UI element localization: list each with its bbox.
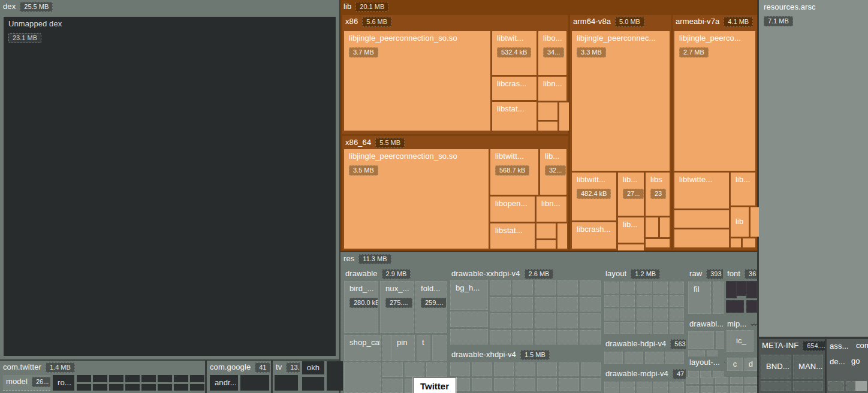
- section-ass[interactable]: ass...: [827, 340, 852, 354]
- tile-libjingle-armeabi[interactable]: libjingle_peerco...2.7 MB: [674, 31, 755, 171]
- tile-unlabeled[interactable]: [793, 381, 824, 391]
- tile-unlabeled[interactable]: [490, 330, 511, 345]
- tile-unlabeled[interactable]: [604, 352, 623, 364]
- tile-unlabeled[interactable]: [472, 362, 492, 376]
- tile-libcrash-arm64[interactable]: libcrash...: [572, 222, 616, 249]
- tile-unlabeled[interactable]: [472, 378, 492, 392]
- tile-unlabeled[interactable]: [557, 330, 578, 345]
- tile-unlabeled[interactable]: [93, 375, 107, 382]
- tile-unlabeled[interactable]: [174, 375, 188, 382]
- tile-unlabeled[interactable]: [405, 362, 425, 377]
- tile-unlabeled[interactable]: [625, 352, 643, 364]
- section-com[interactable]: com: [853, 340, 868, 354]
- tile-libstat-x8664[interactable]: libstat...: [490, 223, 535, 249]
- tile-lib-arm64[interactable]: lib...27...: [618, 173, 644, 216]
- tile-unlabeled[interactable]: [665, 352, 684, 364]
- tile-unlabeled[interactable]: [158, 375, 172, 382]
- tile-libopen-x8664[interactable]: libopen...: [490, 196, 535, 222]
- tile-unlabeled[interactable]: [653, 295, 668, 307]
- tile-unlabeled[interactable]: [645, 352, 664, 364]
- tile-fil[interactable]: fil: [688, 282, 711, 314]
- tile-unlabeled[interactable]: [382, 362, 403, 377]
- tile-unlabeled[interactable]: [637, 295, 651, 307]
- tile-unlabeled[interactable]: [580, 297, 601, 312]
- tile-unlabeled[interactable]: [513, 280, 534, 295]
- tile-font-file[interactable]: [746, 300, 757, 313]
- tile-unlabeled[interactable]: [535, 280, 556, 295]
- tile-font-file[interactable]: [746, 281, 757, 298]
- tile-unlabeled[interactable]: [535, 297, 556, 312]
- tile-unlabeled[interactable]: [450, 312, 488, 327]
- tile-libs-arm64[interactable]: libs23: [646, 173, 670, 216]
- tile-unlabeled[interactable]: [686, 377, 699, 384]
- tile-unlabeled[interactable]: [494, 378, 514, 392]
- tile-unlabeled[interactable]: [660, 217, 670, 237]
- tile-unlabeled[interactable]: [745, 386, 757, 393]
- tile-unlabeled[interactable]: [653, 282, 668, 294]
- tile-unlabeled[interactable]: [538, 122, 557, 131]
- tile-unlabeled[interactable]: [537, 362, 557, 376]
- tile-unlabeled[interactable]: [494, 362, 514, 376]
- tile-unlabeled[interactable]: [141, 375, 156, 382]
- tile-unlabeled[interactable]: [620, 282, 635, 294]
- tile-unlabeled[interactable]: [77, 375, 91, 382]
- tile-unlabeled[interactable]: [730, 377, 743, 384]
- tile-unlabeled[interactable]: [730, 386, 743, 393]
- tile-unlabeled[interactable]: [637, 309, 651, 321]
- tile-ro[interactable]: ro...: [53, 375, 74, 391]
- tile-nux[interactable]: nux_...275....: [380, 281, 414, 333]
- tile-unlabeled[interactable]: [537, 240, 556, 249]
- tile-unlabeled[interactable]: [653, 388, 668, 393]
- tile-unlabeled[interactable]: [604, 295, 619, 307]
- tile-unlabeled[interactable]: [190, 384, 204, 391]
- tile-unlabeled[interactable]: [604, 322, 619, 334]
- tile-font-file[interactable]: [726, 281, 737, 298]
- tile-unlabeled[interactable]: [713, 282, 724, 314]
- tile-resources-arsc[interactable]: resources.arsc7.1 MB: [759, 0, 868, 337]
- tile-unlabeled[interactable]: [537, 223, 556, 238]
- tile-unlabeled[interactable]: [620, 322, 635, 334]
- tile-unlabeled[interactable]: [490, 297, 511, 312]
- tile-unlabeled[interactable]: [620, 309, 635, 321]
- tile-unlabeled[interactable]: [240, 375, 269, 391]
- tile-unlabeled[interactable]: [557, 313, 578, 328]
- tile-unlabeled[interactable]: [158, 384, 172, 391]
- tile-font-file[interactable]: [736, 281, 747, 296]
- tile-unlabeled[interactable]: [559, 362, 578, 376]
- tile-unlabeled[interactable]: [559, 102, 569, 131]
- tile-unlabeled[interactable]: [302, 377, 324, 391]
- tile-unlabeled[interactable]: [426, 362, 447, 377]
- tile-unlabeled[interactable]: [686, 386, 699, 393]
- tile-libtwitte-armeabi[interactable]: libtwitte...: [674, 173, 729, 208]
- tile-unlabeled[interactable]: [743, 238, 755, 247]
- tile-shop-cat[interactable]: shop_cat...: [344, 335, 381, 361]
- section-go[interactable]: go: [848, 355, 864, 370]
- tile-unlabeled[interactable]: [670, 309, 684, 321]
- tile-unlabeled[interactable]: [581, 378, 601, 392]
- tile-libstat-x86[interactable]: libstat...: [492, 102, 537, 131]
- tile-unlabeled[interactable]: [125, 384, 140, 391]
- tile-unlabeled[interactable]: [557, 280, 578, 295]
- tile-okh[interactable]: okh: [302, 361, 324, 374]
- tile-unlabeled[interactable]: [581, 362, 601, 376]
- tile-unlabeled[interactable]: [516, 378, 535, 392]
- tile-pin[interactable]: pin: [391, 335, 415, 361]
- tile-unlabeled[interactable]: [77, 384, 91, 391]
- tile-unlabeled[interactable]: [761, 381, 791, 391]
- tile-unlabeled[interactable]: [701, 386, 713, 393]
- tile-unlabeled[interactable]: [674, 229, 729, 247]
- tile-t[interactable]: t: [417, 335, 430, 361]
- tile-unlabeled[interactable]: [604, 388, 619, 393]
- tile-unlabeled[interactable]: [535, 313, 556, 328]
- tile-lib2-armeabi[interactable]: lib: [731, 207, 749, 237]
- tile-unlabeled[interactable]: [580, 280, 601, 295]
- tile-libjingle-x8664[interactable]: libjingle_peerconnection_so.so3.5 MB: [344, 149, 489, 249]
- tile-unlabeled[interactable]: [715, 377, 728, 384]
- tile-unlabeled[interactable]: [537, 378, 557, 392]
- tile-unlabeled[interactable]: [141, 384, 156, 391]
- tile-unlabeled[interactable]: [637, 388, 651, 393]
- tile-unlabeled[interactable]: [715, 386, 728, 393]
- tile-unlabeled[interactable]: [653, 309, 668, 321]
- tile-man[interactable]: MAN...: [793, 355, 823, 379]
- tile-unlabeled[interactable]: [620, 388, 635, 393]
